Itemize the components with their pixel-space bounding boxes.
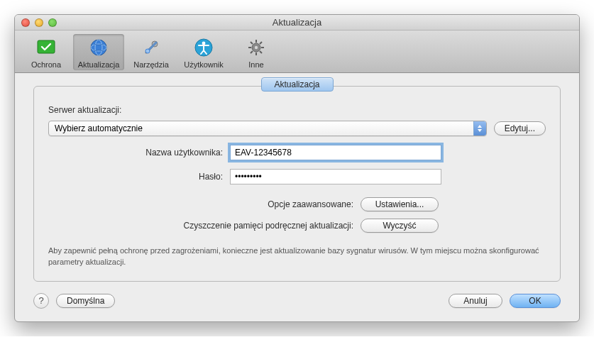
svg-point-9 <box>255 46 258 49</box>
server-label: Serwer aktualizacji: <box>48 105 546 115</box>
shield-check-icon <box>35 36 57 59</box>
zoom-window-button[interactable] <box>48 18 57 27</box>
cancel-button[interactable]: Anuluj <box>449 294 502 308</box>
server-select-value: Wybierz automatycznie <box>55 123 143 133</box>
tab-protection[interactable]: Ochrona <box>21 34 72 70</box>
gear-icon <box>245 36 268 59</box>
bottom-bar: ? Domyślna Anuluj OK <box>33 293 561 309</box>
svg-point-1 <box>91 40 106 55</box>
edit-server-button[interactable]: Edytuj... <box>494 121 546 136</box>
tools-icon <box>140 36 163 59</box>
tab-label: Ochrona <box>31 60 61 69</box>
cache-label: Czyszczenie pamięci podręcznej aktualiza… <box>48 221 361 231</box>
advanced-settings-button[interactable]: Ustawienia... <box>361 197 439 211</box>
close-window-button[interactable] <box>21 18 30 27</box>
group-tab[interactable]: Aktualizacja <box>260 77 333 92</box>
clear-cache-button[interactable]: Wyczyść <box>361 219 439 233</box>
globe-icon <box>87 36 110 59</box>
select-stepper-icon <box>473 121 486 136</box>
svg-point-7 <box>202 42 206 45</box>
accessibility-icon <box>192 36 215 59</box>
tab-tools[interactable]: Narzędzia <box>126 34 177 70</box>
window-controls <box>15 18 57 27</box>
password-label: Hasło: <box>48 172 230 182</box>
content-area: Aktualizacja Serwer aktualizacji: Wybier… <box>15 73 579 321</box>
footnote-text: Aby zapewnić pełną ochronę przed zagroże… <box>48 246 546 268</box>
svg-rect-0 <box>38 40 55 53</box>
window-title: Aktualizacja <box>15 17 579 28</box>
tab-other[interactable]: Inne <box>231 34 282 70</box>
minimize-window-button[interactable] <box>35 18 43 27</box>
tab-user[interactable]: Użytkownik <box>178 34 229 70</box>
titlebar: Aktualizacja <box>15 15 579 31</box>
password-input[interactable] <box>230 169 441 184</box>
help-button[interactable]: ? <box>33 293 49 309</box>
update-group: Aktualizacja Serwer aktualizacji: Wybier… <box>33 86 561 282</box>
tab-label: Użytkownik <box>184 60 224 69</box>
preferences-window: Aktualizacja Ochrona Aktualizacja Narzęd… <box>14 14 580 322</box>
svg-point-5 <box>145 49 150 53</box>
username-input[interactable] <box>230 145 441 160</box>
tab-label: Narzędzia <box>133 60 169 69</box>
defaults-button[interactable]: Domyślna <box>56 294 115 308</box>
server-select[interactable]: Wybierz automatycznie <box>48 121 487 136</box>
username-label: Nazwa użytkownika: <box>48 148 230 158</box>
tab-label: Aktualizacja <box>78 60 120 69</box>
ok-button[interactable]: OK <box>510 294 561 308</box>
tab-label: Inne <box>248 60 263 69</box>
advanced-label: Opcje zaawansowane: <box>48 199 361 209</box>
tab-update[interactable]: Aktualizacja <box>73 34 124 70</box>
toolbar: Ochrona Aktualizacja Narzędzia Użytkowni… <box>15 31 579 73</box>
